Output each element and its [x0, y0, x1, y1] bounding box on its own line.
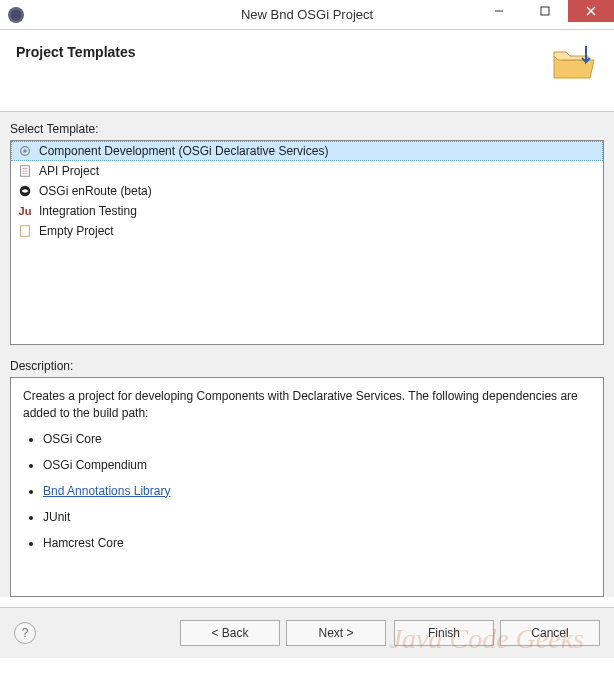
window-controls	[476, 0, 614, 22]
dependency-link[interactable]: Bnd Annotations Library	[43, 484, 170, 498]
template-row[interactable]: OSGi enRoute (beta)	[11, 181, 603, 201]
app-icon	[8, 7, 24, 23]
dependency-item: JUnit	[43, 510, 591, 524]
wizard-header: Project Templates	[0, 30, 614, 112]
svg-rect-11	[21, 226, 30, 237]
titlebar: New Bnd OSGi Project	[0, 0, 614, 30]
dependency-item: Hamcrest Core	[43, 536, 591, 550]
template-row[interactable]: JuIntegration Testing	[11, 201, 603, 221]
dependency-item: Bnd Annotations Library	[43, 484, 591, 498]
wizard-footer: ? < Back Next > Finish Cancel	[0, 607, 614, 658]
template-label: Select Template:	[10, 122, 604, 136]
next-button[interactable]: Next >	[286, 620, 386, 646]
close-button[interactable]	[568, 0, 614, 22]
finish-button[interactable]: Finish	[394, 620, 494, 646]
minimize-button[interactable]	[476, 0, 522, 22]
description-intro: Creates a project for developing Compone…	[23, 388, 591, 422]
template-row-label: Component Development (OSGi Declarative …	[39, 144, 328, 158]
template-list[interactable]: Component Development (OSGi Declarative …	[10, 140, 604, 345]
empty-icon	[17, 223, 33, 239]
template-row-label: API Project	[39, 164, 99, 178]
wizard-content: Select Template: Component Development (…	[0, 112, 614, 597]
back-button[interactable]: < Back	[180, 620, 280, 646]
svg-rect-1	[541, 7, 549, 15]
svg-point-5	[23, 149, 27, 153]
template-row[interactable]: Component Development (OSGi Declarative …	[11, 141, 603, 161]
enroute-icon	[17, 183, 33, 199]
dependency-list: OSGi CoreOSGi CompendiumBnd Annotations …	[23, 432, 591, 550]
cancel-button[interactable]: Cancel	[500, 620, 600, 646]
dependency-item: OSGi Core	[43, 432, 591, 446]
folder-open-icon	[550, 44, 598, 87]
template-row[interactable]: Empty Project	[11, 221, 603, 241]
template-row-label: Integration Testing	[39, 204, 137, 218]
dependency-item: OSGi Compendium	[43, 458, 591, 472]
template-row-label: Empty Project	[39, 224, 114, 238]
ju-icon: Ju	[17, 203, 33, 219]
description-box: Creates a project for developing Compone…	[10, 377, 604, 597]
description-label: Description:	[10, 359, 604, 373]
page-title: Project Templates	[16, 44, 136, 60]
maximize-button[interactable]	[522, 0, 568, 22]
gear-icon	[17, 143, 33, 159]
template-row-label: OSGi enRoute (beta)	[39, 184, 152, 198]
doc-icon	[17, 163, 33, 179]
help-button[interactable]: ?	[14, 622, 36, 644]
template-row[interactable]: API Project	[11, 161, 603, 181]
